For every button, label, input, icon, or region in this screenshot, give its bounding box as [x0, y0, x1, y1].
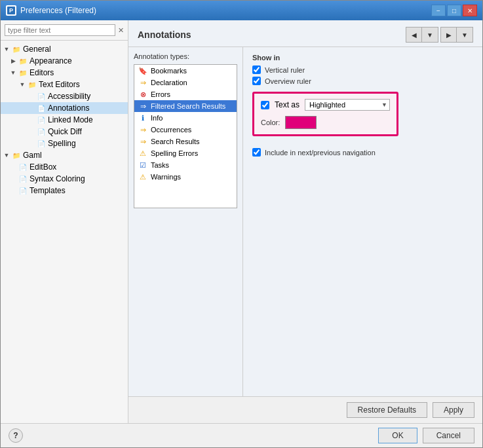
spacer-spelling [28, 140, 35, 147]
spacer-templates [10, 187, 16, 194]
title-bar: P Preferences (Filtered) − □ ✕ [1, 1, 482, 20]
ann-label-tasks: Tasks [151, 161, 169, 169]
page-icon-editbox: 📄 [18, 162, 28, 172]
ann-item-filtered-search[interactable]: ⇒ Filtered Search Results [134, 100, 237, 112]
tree-label-appearance: Appearance [29, 56, 72, 65]
filtered-search-icon: ⇒ [138, 102, 147, 111]
maximize-button[interactable]: □ [447, 5, 461, 16]
ann-label-declaration: Declaration [151, 79, 187, 86]
highlighted-options-box: Text as Highlighted Box Underline None ▼ [252, 92, 398, 136]
spacer-syntax [10, 176, 16, 182]
tree-item-annotations[interactable]: 📄 Annotations [1, 102, 128, 114]
tree-item-text-editors[interactable]: ▼ 📁 Text Editors [1, 79, 128, 90]
page-icon-syntax: 📄 [18, 174, 28, 183]
tree-item-quick-diff[interactable]: 📄 Quick Diff [1, 126, 128, 138]
tree-item-editbox[interactable]: 📄 EditBox [1, 161, 128, 173]
nav-back-button[interactable]: ◀ [406, 28, 422, 42]
nav-back-group: ◀ ▼ [406, 27, 438, 43]
help-button[interactable]: ? [9, 428, 23, 443]
ann-item-info[interactable]: ℹ Info [134, 112, 237, 124]
info-icon: ℹ [138, 113, 147, 122]
page-icon-annotations: 📄 [37, 103, 46, 113]
vertical-ruler-checkbox[interactable] [252, 65, 261, 74]
tree-item-general[interactable]: ▼ 📁 General [1, 43, 128, 55]
tree-label-general: General [23, 45, 51, 54]
search-results-icon: ⇒ [138, 137, 147, 146]
nav-forward-group: ▶ ▼ [440, 27, 473, 43]
right-panel: Annotations ◀ ▼ ▶ ▼ Annotation types: [128, 20, 482, 423]
ann-item-errors[interactable]: ⊗ Errors [134, 88, 237, 100]
apply-button[interactable]: Apply [433, 402, 474, 418]
app-icon: P [6, 5, 16, 16]
panel-header: Annotations ◀ ▼ ▶ ▼ [128, 20, 482, 47]
title-buttons: − □ ✕ [431, 5, 477, 16]
ann-item-search-results[interactable]: ⇒ Search Results [134, 136, 237, 147]
ann-item-declaration[interactable]: ⇒ Declaration [134, 77, 237, 88]
tree-item-syntax-coloring[interactable]: 📄 Syntax Coloring [1, 173, 128, 185]
tree-label-quick-diff: Quick Diff [48, 127, 82, 136]
text-as-select-wrapper: Highlighted Box Underline None ▼ [305, 99, 390, 111]
ann-label-search-results: Search Results [151, 138, 200, 145]
panel-title: Annotations [138, 29, 191, 40]
text-as-checkbox[interactable] [261, 101, 269, 109]
tree-label-gaml: Gaml [23, 151, 42, 160]
ann-item-occurrences[interactable]: ⇒ Occurrences [134, 124, 237, 136]
spacer-editbox [10, 164, 16, 170]
close-button[interactable]: ✕ [463, 5, 477, 16]
text-as-label: Text as [275, 100, 299, 109]
filter-bar: ✕ [1, 20, 128, 41]
tree-item-linked-mode[interactable]: 📄 Linked Mode [1, 114, 128, 126]
annotation-list-pane: Annotation types: 🔖 Bookmarks ⇒ Declarat… [128, 47, 243, 396]
page-icon-spelling: 📄 [37, 139, 46, 148]
nav-back-dropdown[interactable]: ▼ [422, 28, 438, 42]
annotation-list: 🔖 Bookmarks ⇒ Declaration ⊗ Errors ⇒ [134, 64, 237, 208]
cancel-button[interactable]: Cancel [423, 428, 474, 443]
bottom-bar: Restore Defaults Apply [128, 396, 482, 423]
ann-item-bookmarks[interactable]: 🔖 Bookmarks [134, 65, 237, 77]
nav-forward-button[interactable]: ▶ [441, 28, 457, 42]
nav-forward-dropdown[interactable]: ▼ [457, 28, 473, 42]
overview-ruler-checkbox[interactable] [252, 77, 261, 85]
restore-defaults-button[interactable]: Restore Defaults [347, 402, 427, 418]
vertical-ruler-label: Vertical ruler [265, 66, 305, 74]
ann-item-warnings[interactable]: ⚠ Warnings [134, 171, 237, 183]
page-icon-templates: 📄 [18, 186, 28, 195]
ann-item-spelling-errors[interactable]: ⚠ Spelling Errors [134, 147, 237, 159]
ok-button[interactable]: OK [378, 428, 417, 443]
ann-label-bookmarks: Bookmarks [151, 67, 187, 75]
tree-item-templates[interactable]: 📄 Templates [1, 185, 128, 196]
folder-icon-text-editors: 📁 [28, 80, 37, 89]
tree-item-editors[interactable]: ▼ 📁 Editors [1, 67, 128, 79]
main-content: Annotation types: 🔖 Bookmarks ⇒ Declarat… [128, 47, 482, 396]
page-icon-quick-diff: 📄 [37, 127, 46, 136]
tree-item-accessibility[interactable]: 📄 Accessibility [1, 90, 128, 102]
tree-item-gaml[interactable]: ▼ 📁 Gaml [1, 149, 128, 161]
ann-item-tasks[interactable]: ☑ Tasks [134, 159, 237, 171]
tree-label-syntax-coloring: Syntax Coloring [29, 174, 85, 183]
text-as-select[interactable]: Highlighted Box Underline None [305, 99, 390, 111]
overview-ruler-label: Overview ruler [265, 77, 311, 85]
tree-label-accessibility: Accessibility [48, 92, 90, 101]
svg-text:P: P [9, 7, 13, 14]
tree-label-templates: Templates [29, 186, 66, 195]
filter-input[interactable] [5, 24, 115, 36]
annotation-types-label: Annotation types: [134, 52, 237, 60]
page-icon-linked-mode: 📄 [37, 115, 46, 124]
nav-buttons: ◀ ▼ ▶ ▼ [406, 27, 473, 43]
include-nav-label: Include in next/previous navigation [265, 149, 376, 157]
tree-item-spelling[interactable]: 📄 Spelling [1, 138, 128, 149]
overview-ruler-row: Overview ruler [252, 77, 473, 85]
tasks-icon: ☑ [138, 160, 147, 170]
tree-label-editors: Editors [29, 68, 54, 77]
tree-item-appearance[interactable]: ▶ 📁 Appearance [1, 55, 128, 67]
minimize-button[interactable]: − [431, 5, 446, 16]
color-swatch[interactable] [285, 116, 317, 129]
show-in-label: Show in [252, 54, 473, 62]
filter-clear-icon[interactable]: ✕ [118, 26, 124, 35]
ann-label-occurrences: Occurrences [151, 126, 191, 134]
include-nav-checkbox[interactable] [252, 148, 261, 157]
toggle-text-editors: ▼ [19, 81, 26, 88]
spacer-linked-mode [28, 117, 35, 123]
spelling-errors-icon: ⚠ [138, 149, 147, 158]
toggle-general: ▼ [3, 46, 10, 52]
